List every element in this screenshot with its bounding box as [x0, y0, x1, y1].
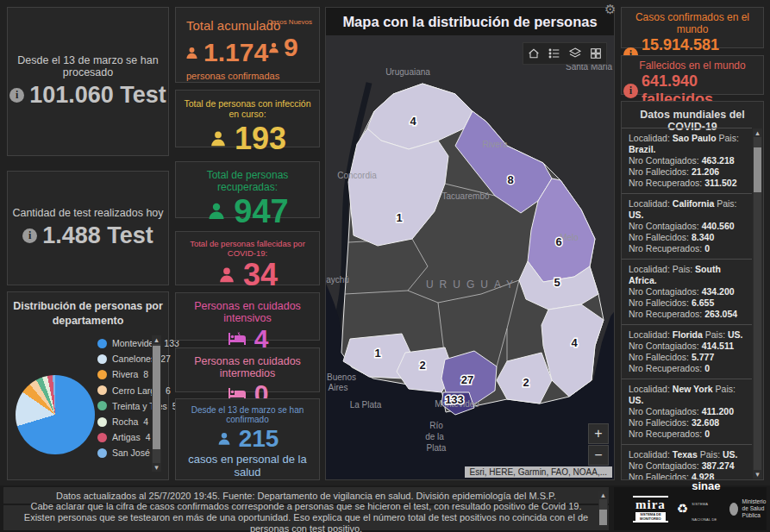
person-icon: [185, 46, 199, 60]
map-label: Río: [429, 421, 443, 430]
world-data-list: Localidad: Sao Paulo Pais: Brazil. Nro C…: [622, 128, 752, 479]
zoom-out-button[interactable]: −: [588, 445, 609, 466]
gear-icon[interactable]: ⚙: [604, 2, 616, 17]
legend-item[interactable]: Cerro Largo 6: [97, 383, 147, 398]
personal-salud-panel: Desde el 13 de marzo se han confirmado 2…: [175, 398, 320, 480]
acumulado-sub: personas confirmadas: [186, 71, 312, 81]
person-icon: [206, 201, 227, 222]
scroll-down-icon[interactable]: ▾: [154, 463, 159, 472]
acumulado-panel: Total acumulado 1.174 personas confirmad…: [175, 7, 320, 83]
map-label: La Plata: [350, 400, 382, 410]
person-icon: [217, 266, 236, 285]
world-deaths-title: Fallecidos en el mundo: [623, 59, 761, 72]
map-title: Mapa con la distribución de personas: [342, 14, 597, 30]
scroll-up-icon[interactable]: ▴: [154, 335, 159, 344]
legend-color-dot: [97, 370, 107, 379]
en-curso-value: 193: [235, 121, 286, 157]
scroll-handle[interactable]: [754, 147, 761, 192]
legend-item[interactable]: Montevideo 133: [97, 335, 147, 351]
world-deaths-panel: Fallecidos en el mundo i641.940 fallecid…: [621, 55, 764, 95]
map-label: Plata: [427, 443, 447, 453]
intermedios-title: Personas en cuidados intermedios: [179, 355, 316, 379]
map-label: Tacuarembó: [441, 191, 489, 201]
world-list-item: Localidad: Florida Pais: US. Nro Contagi…: [622, 324, 752, 379]
map-number: 4: [571, 336, 578, 349]
world-confirmed-panel: Casos confirmados en el mundo i15.914.58…: [621, 7, 764, 48]
legend-scrollbar[interactable]: ▴ ▾: [152, 335, 161, 472]
casos-nuevos-value: 9: [284, 33, 298, 62]
scroll-up-icon[interactable]: ▴: [601, 491, 605, 499]
map-label: URUGUAY: [426, 279, 519, 291]
msp-icon: [729, 503, 738, 516]
map-zoom-controls: + −: [588, 423, 609, 466]
legend-color-dot: [97, 417, 107, 427]
layers-icon[interactable]: [565, 43, 585, 64]
casos-nuevos-label: Casos Nuevos: [267, 18, 312, 26]
info-icon[interactable]: i: [623, 84, 638, 98]
scroll-up-icon[interactable]: ▴: [755, 128, 760, 137]
zoom-in-button[interactable]: +: [588, 423, 609, 444]
sinae-icon: ♻: [677, 501, 688, 516]
bed-icon: [227, 330, 247, 347]
footer-scrollbar[interactable]: ▴ ▾: [598, 491, 608, 527]
personal-salud-title: Desde el 13 de marzo se han confirmado: [179, 405, 316, 424]
map-number: 4: [410, 115, 416, 128]
map-number: 27: [461, 373, 473, 386]
legend-color-dot: [97, 433, 107, 442]
info-icon[interactable]: i: [9, 88, 24, 103]
intensivos-panel: Personas en cuidados intensivos 4: [175, 292, 320, 341]
legend-item[interactable]: Rivera 8: [97, 366, 147, 382]
world-list-item: Localidad: California Pais: US. Nro Cont…: [622, 193, 752, 259]
fallecidas-title: Total de personas fallecidas por COVID-1…: [178, 239, 316, 258]
map-label: Rivera: [483, 140, 508, 149]
info-icon[interactable]: i: [22, 228, 37, 243]
home-icon[interactable]: [523, 43, 544, 64]
map-label: Buenos: [327, 372, 356, 382]
legend-item[interactable]: Artigas 4: [97, 429, 147, 445]
map-attribution: Esri, HERE, Garmin, FAO, NOAA,...: [465, 466, 612, 478]
msp-logo: Ministeriode Salud Pública: [729, 498, 770, 519]
recuperadas-value: 947: [234, 195, 288, 228]
map-number: 1: [374, 347, 380, 360]
map-toolbar: [523, 42, 607, 65]
legend-item[interactable]: Rocha 4: [97, 414, 147, 429]
legend-item[interactable]: Canelones 27: [97, 351, 147, 366]
tests-total-label: Desde el 13 de marzo se han procesado: [8, 54, 168, 78]
footer-logos: miraSISTEMA DE MONITOREO ♻ sinaeSISTEMA …: [614, 487, 767, 530]
legend-icon[interactable]: [544, 43, 565, 64]
legend-color-dot: [97, 385, 107, 395]
map-canvas[interactable]: UruguaianaSanta MariaConcordiaRiveraTacu…: [326, 35, 615, 480]
world-confirmed-title: Casos confirmados en el mundo: [623, 11, 761, 35]
world-data-panel: Datos mundiales del COVID-19 Localidad: …: [621, 101, 764, 480]
legend-item[interactable]: Treinta y Tres 5: [97, 398, 147, 414]
tests-today-panel: Cantidad de test realizados hoy i1.488 T…: [7, 171, 169, 285]
pie-panel: Distribución de personas por departament…: [7, 291, 169, 480]
world-list-item: Localidad: Texas Pais: US. Nro Contagiad…: [622, 444, 752, 479]
world-list-item: Localidad: Pais: South Africa. Nro Conta…: [622, 259, 752, 324]
world-list-item: Localidad: Sao Paulo Pais: Brazil. Nro C…: [622, 128, 752, 193]
map-label: Aires: [329, 383, 348, 392]
en-curso-title: Total de personas con infección en curso…: [179, 98, 316, 119]
scroll-down-icon[interactable]: ▾: [755, 470, 760, 479]
world-list-scrollbar[interactable]: ▴ ▾: [753, 128, 762, 479]
world-list-item: Localidad: New York Pais: US. Nro Contag…: [622, 379, 752, 444]
map-label: Melo: [560, 233, 579, 242]
map-number: 6: [555, 235, 561, 248]
map-label: de la: [425, 432, 444, 441]
pie-title: Distribución de personas por departament…: [13, 299, 163, 329]
legend-item[interactable]: San José 2: [97, 445, 147, 460]
legend-color-dot: [97, 448, 107, 458]
map-number: 5: [554, 276, 560, 289]
pie-chart: [16, 375, 95, 454]
intermedios-panel: Personas en cuidados intermedios 0: [175, 347, 320, 392]
map-number: 2: [419, 359, 425, 372]
scroll-handle[interactable]: [599, 510, 607, 525]
legend-color-dot: [97, 401, 107, 410]
basemap-icon[interactable]: [585, 43, 606, 64]
map-number: 133: [445, 393, 464, 406]
recuperadas-panel: Total de personas recuperadas: 947: [175, 161, 320, 218]
scroll-handle[interactable]: [153, 346, 160, 449]
legend-color-dot: [97, 339, 107, 348]
footer: Datos actualizados al 25/7/2020 19:45. F…: [0, 485, 770, 532]
map-number: 1: [396, 211, 402, 224]
